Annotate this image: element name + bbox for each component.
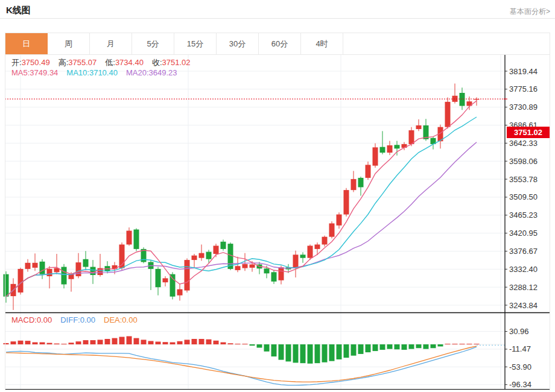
kline-page: 3819.443775.163730.893686.613642.333598.… [0,0,555,392]
price-tick-label: 3288.12 [509,283,538,292]
price-tick-label: 3775.16 [509,84,538,93]
macd-legend: MACD:0.00DIFF:0.00DEA:0.00 [11,315,146,324]
candlestick-pane [4,84,506,310]
price-tick-label: 3243.84 [509,301,538,310]
ma5-line [6,101,477,297]
tab-月[interactable]: 月 [90,33,132,54]
tab-15分[interactable]: 15分 [174,33,217,54]
price-tick-label: 3553.78 [509,175,538,184]
ohlc-legend-high-value: 3755.07 [68,58,97,67]
ma-legend-ma5-label: MA5: [11,68,30,77]
page-title: K线图 [6,5,31,16]
price-tick-label: 3509.50 [509,192,538,201]
tab-60分[interactable]: 60分 [259,33,301,54]
ma-legend-ma10-value: 3710.40 [89,68,118,77]
ma20-line [6,142,477,297]
ohlc-legend: 开:3750.49高:3755.07低:3734.40收:3751.02 [11,57,199,68]
macd-tick-label: -96.34 [509,380,531,389]
tab-周[interactable]: 周 [48,33,90,54]
macd-tick-label: -53.90 [509,362,531,371]
macd-pane [4,336,506,385]
fundamental-analysis-link[interactable]: 基本面分析> [510,7,550,17]
price-tick-label: 3465.23 [509,210,538,220]
tab-5分[interactable]: 5分 [132,33,174,54]
ohlc-legend-high-label: 高: [59,58,69,67]
macd-legend-dea-label: DEA: [104,315,122,324]
ohlc-legend-open-label: 开: [11,58,22,67]
macd-histogram [4,336,480,363]
ma-legend-ma20-value: 3649.23 [149,68,177,77]
ma-legend-ma10-label: MA10: [66,68,89,77]
page-header: K线图 基本面分析> [0,0,555,19]
ohlc-legend-close-value: 3751.02 [162,58,191,67]
chart-container: 日周月5分15分30分60分4时 开:3750.49高:3755.07低:373… [5,33,550,390]
price-axis: 3819.443775.163730.893686.613642.333598.… [5,55,550,390]
ohlc-legend-low-value: 3734.40 [115,58,144,67]
macd-tick-label: -11.47 [509,344,531,353]
ma-legend-ma20-label: MA20: [126,68,149,77]
macd-legend-diff-value: 0.00 [80,315,95,324]
macd-legend-macd-label: MACD: [11,315,37,324]
tab-4时[interactable]: 4时 [301,33,343,54]
tab-30分[interactable]: 30分 [217,33,259,54]
candles [4,84,480,310]
current-price-tag: 3751.02 [507,127,550,138]
price-tick-label: 3420.95 [509,229,538,238]
gridlines [5,55,505,390]
macd-legend-dea-value: 0.00 [122,315,137,324]
ma10-line [6,117,477,297]
price-tick-label: 3642.33 [509,139,538,148]
tab-日[interactable]: 日 [5,33,48,54]
ohlc-legend-close-label: 收: [152,58,162,67]
price-tick-label: 3376.67 [509,247,538,256]
ma-legend-ma5-value: 3749.34 [30,68,58,77]
price-tick-label: 3819.44 [509,67,538,76]
dea-line [6,346,477,382]
kline-chart[interactable]: 3819.443775.163730.893686.613642.333598.… [0,0,555,392]
price-tick-label: 3332.40 [509,265,538,274]
macd-tick-label: 30.96 [509,327,529,336]
macd-legend-macd-value: 0.00 [37,315,52,324]
diff-line [6,347,477,385]
price-tick-label: 3686.61 [509,121,538,130]
price-tick-label: 3730.89 [509,103,538,112]
interval-tabs: 日周月5分15分30分60分4时 [5,33,550,55]
macd-legend-diff-label: DIFF: [60,315,80,324]
ohlc-legend-low-label: 低: [105,58,115,67]
price-tick-label: 3598.06 [509,157,538,166]
ma-legend: MA5:3749.34MA10:3710.40MA20:3649.23 [11,68,186,77]
ohlc-legend-open-value: 3750.49 [22,58,50,67]
